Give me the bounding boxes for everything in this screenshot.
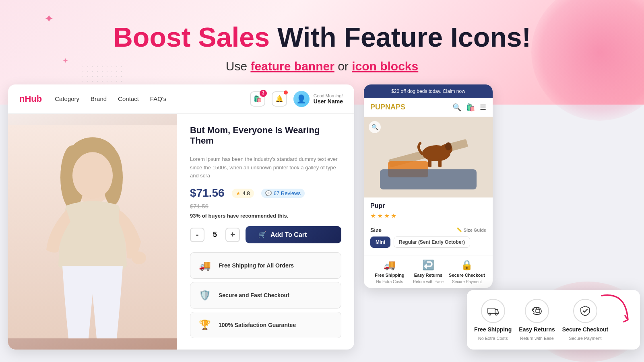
- popup-shipping-sub: No Extra Costs: [478, 336, 508, 341]
- mobile-returns-icon: ↩️: [422, 259, 434, 271]
- avatar: 👤: [293, 91, 310, 107]
- satisfaction-icon: 🏆: [197, 317, 213, 333]
- size-mini[interactable]: Mini: [370, 237, 390, 248]
- shipping-label: Free Shipping for All Orders: [219, 262, 294, 269]
- title-red: Boost Sales: [113, 22, 270, 52]
- svg-point-18: [495, 313, 497, 315]
- mobile-nav-icons: 🔍 🛍️ ☰: [452, 103, 486, 112]
- dog-ramp-illustration: [364, 117, 493, 197]
- size-regular[interactable]: Regular (Sent Early October): [394, 237, 470, 248]
- product-page-card: nHub Category Brand Contact FAQ's 🛍️ 3 🔔…: [8, 84, 354, 350]
- popup-returns-icon: [525, 299, 549, 323]
- navbar-brand: nHub: [19, 94, 42, 104]
- mobile-cart-icon[interactable]: 🛍️: [466, 103, 475, 112]
- user-info: Good Morning! User Name: [314, 93, 343, 105]
- mobile-returns-title: Easy Returns: [414, 273, 442, 278]
- mobile-product-info: Pupr ★★★★: [364, 197, 493, 223]
- header-subtitle: Use feature banner or icon blocks: [0, 60, 644, 73]
- ruler-icon: 📏: [456, 227, 462, 232]
- feature-banners: 🚚 Free Shipping for All Orders 🛡️ Secure…: [190, 252, 341, 338]
- checkout-label: Secure and Fast Checkout: [219, 292, 289, 298]
- product-image-col: [8, 114, 177, 350]
- mobile-product-card: $20 off dog beds today. Claim now PUPNAP…: [364, 84, 493, 288]
- quantity-decrease[interactable]: -: [190, 228, 204, 242]
- chat-icon: 💬: [265, 190, 272, 196]
- rating-value: 4.8: [243, 190, 250, 196]
- search-icon[interactable]: 🔍: [452, 103, 461, 112]
- svg-point-6: [132, 251, 146, 264]
- mobile-brand: PUPNAPS: [370, 103, 449, 111]
- popup-returns-sub: Return with Ease: [520, 336, 554, 341]
- mobile-header: PUPNAPS 🔍 🛍️ ☰: [364, 98, 493, 117]
- nav-faq[interactable]: FAQ's: [150, 95, 166, 102]
- add-to-cart-button[interactable]: 🛒 Add To Cart: [246, 226, 341, 243]
- size-options: Mini Regular (Sent Early October): [370, 237, 486, 248]
- popup-returns-title: Easy Returns: [519, 326, 555, 333]
- cart-badge: 3: [260, 90, 267, 97]
- checkout-icon: 🛡️: [197, 287, 213, 303]
- svg-point-5: [72, 152, 113, 199]
- product-area: But Mom, Everyone Is Wearing Them Lorem …: [8, 114, 354, 350]
- mobile-checkout-icon: 🔒: [461, 259, 473, 271]
- popup-shipping: Free Shipping No Extra Costs: [474, 299, 512, 341]
- nav-links: Category Brand Contact FAQ's: [55, 95, 240, 102]
- svg-rect-19: [536, 309, 540, 313]
- reviews-count: 67 Reviews: [274, 190, 301, 196]
- menu-icon[interactable]: ☰: [480, 103, 486, 112]
- quantity-increase[interactable]: +: [225, 228, 240, 242]
- reviews-badge: 💬 67 Reviews: [261, 189, 305, 198]
- product-description: Lorem Ipsum has been the industry's stan…: [190, 155, 341, 180]
- shipping-icon: 🚚: [197, 257, 213, 274]
- magnify-icon[interactable]: 🔍: [369, 121, 381, 133]
- mobile-shipping-title: Free Shipping: [375, 273, 404, 278]
- size-label-row: Size 📏 Size Guide: [370, 227, 486, 233]
- cart-icon-symbol: 🛍️: [254, 95, 262, 103]
- product-title: But Mom, Everyone Is Wearing Them: [190, 125, 341, 151]
- svg-point-13: [445, 142, 452, 150]
- price-row: $71.56 ★ 4.8 💬 67 Reviews: [190, 187, 341, 200]
- mobile-checkout-sub: Secure Payment: [452, 280, 482, 284]
- nav-contact[interactable]: Contact: [118, 95, 139, 102]
- feature-banner-link[interactable]: feature banner: [250, 60, 334, 73]
- navbar-right: 🛍️ 3 🔔 👤 Good Morning! User Name: [250, 91, 343, 107]
- size-label: Size: [370, 227, 382, 233]
- subtitle-text: Use: [226, 60, 251, 73]
- mobile-returns-sub: Return with Ease: [413, 280, 444, 284]
- nav-category[interactable]: Category: [55, 95, 79, 102]
- right-card-wrapper: $20 off dog beds today. Claim now PUPNAP…: [364, 84, 636, 350]
- bell-icon[interactable]: 🔔: [272, 91, 287, 107]
- feature-banner-shipping: 🚚 Free Shipping for All Orders: [190, 252, 341, 279]
- svg-rect-11: [428, 159, 431, 167]
- page-title: Boost Sales With Feature Icons!: [0, 22, 644, 52]
- mobile-icon-returns: ↩️ Easy Returns Return with Ease: [409, 259, 448, 284]
- quantity-value: 5: [210, 230, 220, 239]
- svg-rect-15: [380, 169, 477, 189]
- mobile-icon-shipping: 🚚 Free Shipping No Extra Costs: [370, 259, 409, 284]
- nav-brand[interactable]: Brand: [91, 95, 107, 102]
- mobile-shipping-icon: 🚚: [384, 259, 396, 271]
- feature-banner-satisfaction: 🏆 100% Satisfaction Guarantee: [190, 312, 341, 338]
- size-guide[interactable]: 📏 Size Guide: [456, 227, 486, 232]
- mobile-product-title: Pupr: [370, 202, 486, 210]
- size-section: Size 📏 Size Guide Mini Regular (Sent Ear…: [364, 223, 493, 252]
- mobile-stars: ★★★★: [370, 212, 486, 220]
- cart-icon[interactable]: 🛍️ 3: [250, 91, 265, 107]
- recommend-suffix: of buyers have recommended this.: [202, 213, 289, 219]
- mobile-shipping-sub: No Extra Costs: [376, 280, 403, 284]
- icon-blocks-link[interactable]: icon blocks: [352, 60, 418, 73]
- recommend-pct: 93%: [190, 213, 200, 219]
- rating-badge: ★ 4.8: [232, 189, 254, 198]
- bell-icon-symbol: 🔔: [275, 95, 283, 103]
- notification-dot: [284, 90, 288, 95]
- popup-shipping-icon: [481, 299, 505, 323]
- svg-rect-16: [488, 308, 495, 314]
- popup-shipping-title: Free Shipping: [474, 326, 512, 333]
- arrow-decoration: [594, 288, 634, 337]
- price-current: $71.56: [190, 187, 225, 200]
- subtitle-or: or: [338, 60, 352, 73]
- size-guide-label: Size Guide: [464, 228, 486, 232]
- mobile-product-image: 🔍: [364, 117, 493, 197]
- main-content: nHub Category Brand Contact FAQ's 🛍️ 3 🔔…: [0, 84, 644, 350]
- title-dark: With Feature Icons!: [277, 22, 531, 52]
- cart-btn-icon: 🛒: [258, 231, 266, 239]
